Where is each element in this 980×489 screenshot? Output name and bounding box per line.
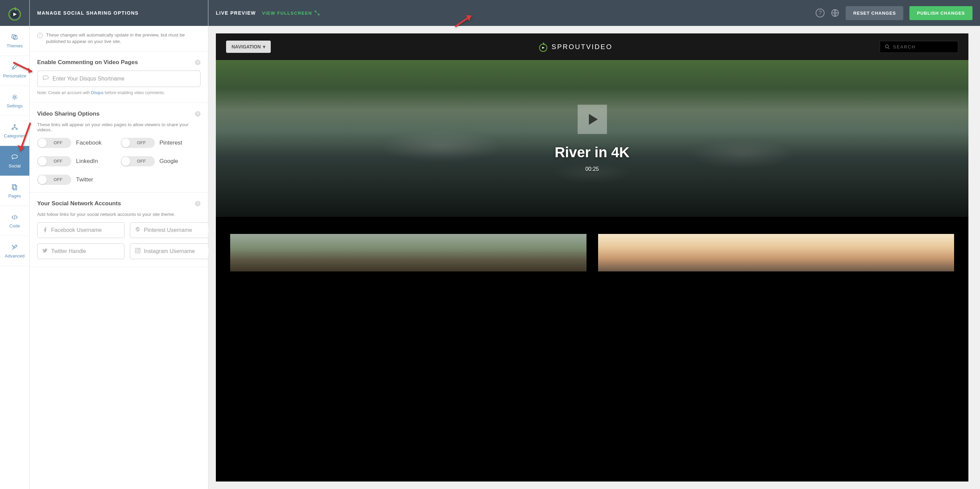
preview-area: NAVIGATION ▾ SPROUTVIDEO River in 4K: [208, 26, 980, 489]
annotation-arrow: [11, 61, 39, 78]
view-fullscreen-link[interactable]: VIEW FULLSCREEN: [262, 11, 320, 16]
toggle-switch[interactable]: OFF: [37, 138, 71, 148]
accounts-title: Your Social Network Accounts: [37, 200, 121, 207]
nav-label: Code: [9, 223, 20, 228]
navigation-button[interactable]: NAVIGATION ▾: [226, 41, 271, 53]
twitter-input[interactable]: [51, 248, 119, 254]
help-icon[interactable]: ?: [195, 111, 200, 116]
reset-button[interactable]: RESET CHANGES: [846, 6, 903, 20]
preview-site-header: NAVIGATION ▾ SPROUTVIDEO: [216, 33, 969, 60]
publish-button[interactable]: PUBLISH CHANGES: [909, 6, 972, 20]
toggle-switch[interactable]: OFF: [37, 156, 71, 166]
video-title: River in 4K: [555, 144, 630, 161]
svg-point-4: [14, 96, 16, 98]
sharing-section: Video Sharing Options ? These links will…: [30, 103, 208, 193]
twitter-icon: [42, 248, 48, 255]
help-icon[interactable]: ?: [195, 201, 200, 206]
accounts-section: Your Social Network Accounts ? Add follo…: [30, 193, 208, 267]
gear-icon: [11, 94, 18, 101]
svg-rect-9: [13, 185, 17, 190]
toggle-switch[interactable]: OFF: [37, 175, 71, 185]
code-icon: [11, 213, 18, 221]
disqus-note: Note: Create an account with Disqus befo…: [37, 90, 200, 95]
sharing-title: Video Sharing Options: [37, 110, 100, 117]
nav-label: Themes: [7, 43, 23, 48]
search-box[interactable]: [880, 41, 958, 53]
toggle-facebook: OFF Facebook: [37, 138, 117, 148]
facebook-icon: [42, 227, 48, 234]
twitter-input-wrap[interactable]: [37, 244, 124, 259]
info-banner: i These changes will automatically updat…: [30, 26, 208, 51]
svg-point-11: [137, 249, 139, 252]
toggle-switch[interactable]: OFF: [121, 138, 155, 148]
logo[interactable]: [0, 0, 29, 26]
disqus-link[interactable]: Disqus: [91, 90, 103, 95]
disqus-input[interactable]: [52, 76, 196, 82]
instagram-icon: [135, 248, 140, 255]
svg-rect-10: [135, 248, 140, 253]
nav-settings[interactable]: Settings: [0, 86, 29, 116]
toggle-switch[interactable]: OFF: [121, 156, 155, 166]
scrollbar[interactable]: [969, 33, 972, 481]
nav-label: Advanced: [5, 253, 25, 258]
facebook-input[interactable]: [51, 227, 119, 233]
settings-panel: MANAGE SOCIAL SHARING OPTIONS i These ch…: [30, 0, 208, 489]
search-input[interactable]: [893, 44, 953, 49]
preview-topbar: LIVE PREVIEW VIEW FULLSCREEN ? RESET CHA…: [208, 0, 980, 26]
chat-icon: [42, 75, 49, 83]
nav-themes[interactable]: Themes: [0, 26, 29, 56]
preview-panel: LIVE PREVIEW VIEW FULLSCREEN ? RESET CHA…: [208, 0, 980, 489]
panel-title: MANAGE SOCIAL SHARING OPTIONS: [30, 0, 208, 26]
info-icon: i: [37, 33, 43, 38]
video-duration: 00:25: [585, 166, 599, 172]
svg-point-12: [139, 249, 140, 250]
nav-label: Settings: [7, 104, 23, 108]
svg-rect-8: [12, 185, 16, 189]
help-icon[interactable]: ?: [195, 60, 200, 65]
nav-code[interactable]: Code: [0, 206, 29, 236]
pinterest-icon: [135, 227, 140, 234]
nav-advanced[interactable]: Advanced: [0, 236, 29, 266]
instagram-input[interactable]: [144, 248, 212, 254]
instagram-input-wrap[interactable]: [130, 244, 217, 259]
pinterest-input-wrap[interactable]: [130, 222, 217, 238]
live-preview-label: LIVE PREVIEW: [216, 10, 256, 16]
toggle-pinterest: OFF Pinterest: [121, 138, 201, 148]
search-icon: [885, 44, 889, 49]
video-thumbnail[interactable]: [598, 234, 955, 271]
video-hero[interactable]: River in 4K 00:25: [216, 60, 969, 217]
help-button[interactable]: ?: [816, 8, 824, 18]
pinterest-input[interactable]: [144, 227, 212, 233]
themes-icon: [11, 33, 18, 41]
svg-point-16: [886, 45, 889, 48]
nav-label: Social: [8, 163, 21, 169]
preview-frame: NAVIGATION ▾ SPROUTVIDEO River in 4K: [216, 33, 969, 481]
thumbnail-row: [216, 217, 969, 279]
accounts-desc: Add follow links for your social network…: [37, 212, 200, 217]
toggle-google: OFF Google: [121, 156, 201, 166]
toggle-twitter: OFF Twitter: [37, 175, 117, 185]
nav-label: Pages: [8, 193, 21, 199]
chevron-down-icon: ▾: [263, 44, 265, 49]
video-thumbnail[interactable]: [230, 234, 587, 271]
nav-pages[interactable]: Pages: [0, 176, 29, 206]
pages-icon: [11, 183, 18, 191]
sharing-desc: These links will appear on your video pa…: [37, 122, 200, 132]
tools-icon: [11, 244, 18, 251]
brand-logo[interactable]: SPROUTVIDEO: [278, 41, 873, 52]
disqus-input-wrap[interactable]: [37, 70, 200, 87]
facebook-input-wrap[interactable]: [37, 222, 124, 238]
annotation-arrow: [15, 121, 35, 160]
expand-icon: [315, 11, 320, 15]
commenting-section: Enable Commenting on Video Pages ? Note:…: [30, 51, 208, 103]
globe-button[interactable]: [830, 8, 840, 18]
annotation-arrow: [453, 12, 477, 31]
toggle-linkedin: OFF LinkedIn: [37, 156, 117, 166]
commenting-title: Enable Commenting on Video Pages: [37, 59, 138, 66]
play-button[interactable]: [578, 105, 607, 134]
